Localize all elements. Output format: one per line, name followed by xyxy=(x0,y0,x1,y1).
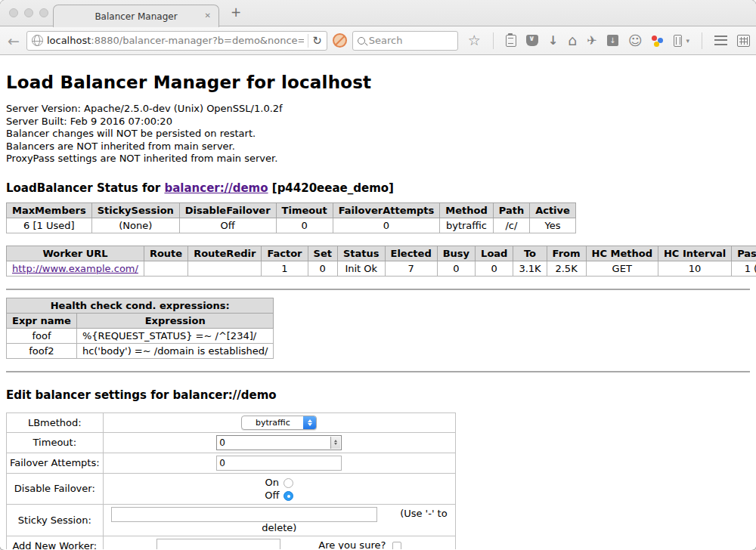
back-icon[interactable]: ← xyxy=(6,32,21,49)
url-bar[interactable]: localhost:8880/balancer-manager?b=demo&n… xyxy=(26,31,327,51)
balancer-demo-link[interactable]: balancer://demo xyxy=(164,181,268,195)
feedback-smiley-icon[interactable]: ☺ xyxy=(628,34,643,48)
table-header-row: Expr name Expression xyxy=(7,313,274,328)
window-controls xyxy=(9,8,48,17)
url-domain: localhost xyxy=(47,35,91,46)
worker-row: http://www.example.com/ 1 0 Init Ok 7 0 … xyxy=(7,261,756,276)
radio-off-label: Off xyxy=(265,490,279,501)
select-stepper-icon xyxy=(303,416,316,429)
health-table-title: Health check cond. expressions: xyxy=(7,298,274,313)
site-identity-globe-icon[interactable] xyxy=(32,35,43,46)
loadbalancer-status-heading: LoadBalancer Status for balancer://demo … xyxy=(6,181,750,195)
disable-failover-label: Disable Failover: xyxy=(7,473,104,504)
are-you-sure-label: Are you sure? xyxy=(318,539,386,549)
page-title: Load Balancer Manager for localhost xyxy=(6,73,750,92)
col-path: Path xyxy=(493,202,529,218)
timeout-input[interactable] xyxy=(217,436,330,450)
server-info: Server Version: Apache/2.5.0-dev (Unix) … xyxy=(6,103,750,165)
failover-attempts-label: Failover Attempts: xyxy=(7,453,104,473)
menu-icon[interactable] xyxy=(714,36,727,45)
url-path: :8880/balancer-manager?b=demo&nonce=decc… xyxy=(91,35,304,46)
navigation-toolbar: ← localhost:8880/balancer-manager?b=demo… xyxy=(0,26,756,55)
chevron-down-icon[interactable]: ▾ xyxy=(686,37,689,45)
health-row: foof2 hc('body') =~ /domain is establish… xyxy=(7,343,274,358)
server-version: Server Version: Apache/2.5.0-dev (Unix) … xyxy=(6,103,750,116)
health-check-table: Health check cond. expressions: Expr nam… xyxy=(6,298,274,359)
toolbar-divider-2 xyxy=(702,32,702,49)
tab-title: Balancer Manager xyxy=(94,11,177,22)
page-content: Load Balancer Manager for localhost Serv… xyxy=(0,55,756,549)
tiles-icon[interactable] xyxy=(737,35,750,47)
colors-extension-icon[interactable] xyxy=(652,35,664,47)
col-expr-name: Expr name xyxy=(7,313,77,328)
new-tab-button[interactable]: + xyxy=(231,5,241,20)
col-method: Method xyxy=(440,202,493,218)
search-input[interactable] xyxy=(369,35,445,46)
reload-icon[interactable]: ↻ xyxy=(312,34,322,48)
status-heading-prefix: LoadBalancer Status for xyxy=(6,181,160,195)
minimize-window-button[interactable] xyxy=(24,8,33,17)
health-row: foof %{REQUEST_STATUS} =~ /^[234]/ xyxy=(7,328,274,343)
lbmethod-selected-value: bytraffic xyxy=(242,416,303,429)
zoom-window-button[interactable] xyxy=(39,8,48,17)
lbmethod-label: LBmethod: xyxy=(7,412,104,432)
bookmark-star-icon[interactable]: ☆ xyxy=(468,33,481,48)
sticky-session-input[interactable] xyxy=(111,507,377,522)
lbmethod-select[interactable]: bytraffic xyxy=(241,416,317,430)
edit-settings-heading: Edit balancer settings for balancer://de… xyxy=(6,388,750,402)
timeout-label: Timeout: xyxy=(7,432,104,453)
container-extension-icon[interactable] xyxy=(674,35,682,47)
server-built: Server Built: Feb 9 2016 07:00:20 xyxy=(6,116,750,128)
balancer-settings-form: LBmethod: bytraffic Timeout: xyxy=(6,412,456,550)
pocket-icon[interactable] xyxy=(526,35,538,46)
tab-close-icon[interactable]: ✕ xyxy=(205,11,211,20)
col-maxmembers: MaxMembers xyxy=(7,202,92,218)
toolbar-divider xyxy=(493,32,494,49)
number-spinner-icon[interactable] xyxy=(330,437,340,449)
section-divider xyxy=(6,371,750,372)
status-heading-suffix: [p4420eeae_demo] xyxy=(272,181,394,195)
reading-list-icon[interactable] xyxy=(506,35,516,47)
sticky-session-label: Sticky Session: xyxy=(7,504,104,536)
col-timeout: Timeout xyxy=(276,202,333,218)
search-icon xyxy=(358,37,365,45)
failover-off-radio[interactable] xyxy=(284,491,293,501)
browser-window: Balancer Manager ✕ + ← localhost:8880/ba… xyxy=(0,0,756,550)
title-bar: Balancer Manager ✕ + xyxy=(0,0,756,26)
col-worker-url: Worker URL xyxy=(7,246,144,261)
table-header-row: Worker URL Route RouteRedir Factor Set S… xyxy=(7,246,756,261)
table-header-row: MaxMembers StickySession DisableFailover… xyxy=(7,202,576,218)
col-expression: Expression xyxy=(76,313,274,328)
home-icon[interactable]: ⌂ xyxy=(568,33,577,48)
add-worker-label: Add New Worker: xyxy=(7,536,104,549)
screenshot-icon[interactable]: ↓ xyxy=(607,35,618,46)
failover-attempts-input[interactable] xyxy=(216,456,342,471)
section-divider xyxy=(6,289,750,290)
col-stickysession: StickySession xyxy=(91,202,179,218)
close-window-button[interactable] xyxy=(9,8,18,17)
urlbar-divider xyxy=(308,34,308,48)
col-active: Active xyxy=(530,202,576,218)
timeout-input-wrap xyxy=(216,435,342,450)
radio-on-label: On xyxy=(265,477,279,488)
url-text[interactable]: localhost:8880/balancer-manager?b=demo&n… xyxy=(47,35,304,46)
search-bar[interactable] xyxy=(352,31,458,51)
failover-on-radio[interactable] xyxy=(284,478,293,488)
col-failoverattempts: FailoverAttempts xyxy=(333,202,440,218)
tab-balancer-manager[interactable]: Balancer Manager ✕ xyxy=(53,5,219,27)
content-blocked-icon[interactable] xyxy=(333,33,347,48)
worker-status-table: Worker URL Route RouteRedir Factor Set S… xyxy=(6,246,756,277)
toolbar-icons: ☆ ↓ ⌂ ✈ ↓ ☺ ▾ xyxy=(468,32,750,49)
are-you-sure-checkbox[interactable] xyxy=(392,542,401,550)
inherit-note: Balancers are NOT inherited from main se… xyxy=(6,141,750,153)
col-disablefailover: DisableFailover xyxy=(179,202,276,218)
table-row: 6 [1 Used] (None) Off 0 0 bytraffic /c/ … xyxy=(7,218,576,233)
send-tab-icon[interactable]: ✈ xyxy=(587,35,596,47)
worker-url-link[interactable]: http://www.example.com/ xyxy=(12,263,138,274)
proxypass-note: ProxyPass settings are NOT inherited fro… xyxy=(6,153,750,165)
downloads-icon[interactable]: ↓ xyxy=(548,35,558,47)
add-worker-input[interactable] xyxy=(156,539,280,550)
persist-note: Balancer changes will NOT be persisted o… xyxy=(6,128,750,141)
balancer-status-table: MaxMembers StickySession DisableFailover… xyxy=(6,202,576,233)
